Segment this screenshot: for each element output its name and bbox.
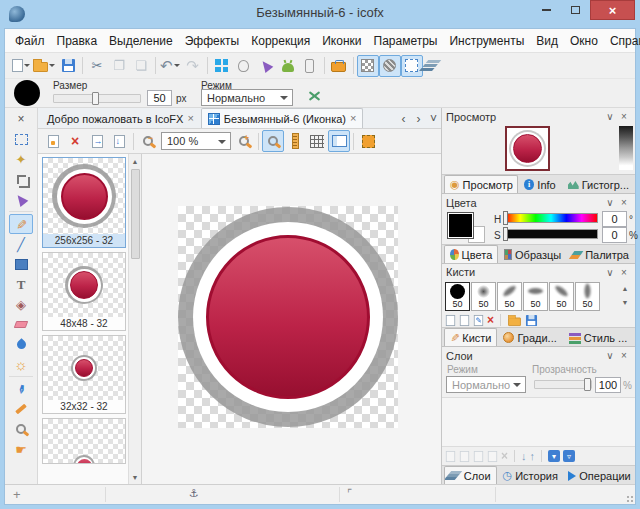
brush-mode-dropdown[interactable]: Нормально [201,89,293,106]
brush-item[interactable]: 50 [549,282,574,311]
list-item[interactable] [42,418,126,464]
saturation-slider[interactable] [504,229,598,239]
tab-histogram[interactable]: Гистогр... [562,175,635,193]
merge-down-button[interactable]: ▾ [548,450,560,462]
canvas-size-button[interactable] [357,130,379,152]
open-button[interactable] [32,55,57,77]
tool-color-replacer[interactable]: ◈ [9,294,33,314]
tab-palette[interactable]: Палитра [567,245,635,263]
cut-button[interactable]: ✂ [86,55,108,77]
tab-operations[interactable]: Операции [562,466,635,484]
save-brushes-button[interactable] [526,315,537,326]
edit-brush-button[interactable]: ✎ [474,315,483,326]
menu-correction[interactable]: Коррекция [245,32,316,50]
menu-help[interactable]: Справка [604,32,640,50]
tab-colors[interactable]: Цвета [444,245,498,263]
panel-collapse-button[interactable]: ∨ [603,349,617,363]
maximize-button[interactable] [561,0,590,20]
tool-line[interactable]: ╱ [9,234,33,254]
mask-toggle[interactable] [379,55,401,77]
brush-item[interactable]: 50 [497,282,522,311]
brush-item[interactable]: 50 [523,282,548,311]
brush-size-slider[interactable] [53,94,141,103]
tab-scroll-right-button[interactable]: › [411,110,426,128]
menu-parameters[interactable]: Параметры [368,32,444,50]
menu-window[interactable]: Окно [564,32,604,50]
scroll-up-button[interactable]: ▲ [129,154,142,168]
tool-crop[interactable] [9,169,33,189]
panel-close-button[interactable]: × [617,196,631,210]
brush-item[interactable]: 50 [445,282,470,311]
brush-size-input[interactable] [147,90,172,106]
menu-view[interactable]: Вид [530,32,564,50]
tool-rect-select[interactable] [9,129,33,149]
scroll-down-button[interactable]: ▼ [129,470,142,484]
menu-edit[interactable]: Правка [51,32,104,50]
tool-zoom[interactable] [9,419,33,439]
export-image-button[interactable]: ↓ [108,130,130,152]
resize-grip[interactable] [625,494,634,503]
delete-brush-button[interactable]: × [487,314,494,326]
scrollbar-thumb[interactable] [131,169,140,259]
windows-format-button[interactable] [211,55,233,77]
tool-rectangle[interactable] [9,254,33,274]
tool-text[interactable]: T [9,274,33,294]
layers-view-button[interactable] [423,55,445,77]
close-button[interactable]: × [590,0,635,20]
brush-size-slider-thumb[interactable] [92,92,99,105]
tab-style[interactable]: Стиль ... [563,328,634,346]
tab-layers[interactable]: Слои [444,466,497,484]
macos-format-button[interactable] [233,55,255,77]
drawing-canvas[interactable] [142,154,441,484]
save-button[interactable] [57,55,79,77]
tab-gradient[interactable]: Гради... [497,328,562,346]
saturation-slider-thumb[interactable] [503,227,508,241]
import-image-button[interactable]: → [86,130,108,152]
zoom-out-button[interactable]: − [137,130,159,152]
open-brushes-button[interactable] [508,315,521,326]
tool-chalk[interactable] [9,399,33,419]
list-item[interactable]: 256x256 - 32 [42,157,126,248]
brush-scroll-down-button[interactable]: ▼ [618,296,632,310]
duplicate-brush-button[interactable] [460,315,469,326]
zoom-in-button[interactable]: + [233,130,255,152]
tab-scroll-left-button[interactable]: ‹ [396,110,411,128]
delete-image-button[interactable]: × [64,130,86,152]
brush-preview[interactable] [14,80,40,106]
panel-close-button[interactable]: × [617,349,631,363]
saturation-input[interactable] [602,227,627,243]
image-list-scrollbar[interactable]: ▲ ▼ [128,154,141,484]
add-image-button[interactable] [42,130,64,152]
tool-lighten[interactable]: ☼ [9,354,33,374]
resource-editor-button[interactable] [328,55,350,77]
tab-close-icon[interactable]: × [187,113,193,124]
brush-item[interactable]: 50 [471,282,496,311]
grid-toggle[interactable] [306,130,328,152]
new-button[interactable] [10,55,32,77]
menu-file[interactable]: Файл [9,32,51,50]
menu-effects[interactable]: Эффекты [179,32,246,50]
tab-list-button[interactable]: ˅ [426,110,441,128]
menu-icons[interactable]: Иконки [316,32,367,50]
brush-scroll-up-button[interactable]: ▲ [618,282,632,296]
list-item[interactable]: 32x32 - 32 [42,335,126,414]
phone-format-button[interactable] [299,55,321,77]
layers-list[interactable] [442,397,635,447]
panel-collapse-button[interactable]: ∨ [603,196,617,210]
tab-info[interactable]: iInfo [518,175,562,193]
tab-close-icon[interactable]: × [350,113,356,124]
tab-document[interactable]: Безымянный-6 (Иконка) × [201,108,364,128]
tool-brush[interactable]: ✎ [9,214,33,234]
tool-color-picker[interactable]: ✒ [9,379,33,399]
cursor-format-button[interactable] [255,55,277,77]
hue-slider[interactable] [504,213,598,223]
menu-tools[interactable]: Инструменты [443,32,530,50]
selection-visibility-toggle[interactable] [401,55,423,77]
minimize-button[interactable] [532,0,561,20]
panel-collapse-button[interactable]: ∨ [603,265,617,279]
android-format-button[interactable] [277,55,299,77]
hue-slider-thumb[interactable] [503,211,508,225]
panel-close-button[interactable]: × [617,265,631,279]
undo-button[interactable]: ↶ [159,55,182,77]
preview-pane-toggle[interactable] [328,130,350,152]
